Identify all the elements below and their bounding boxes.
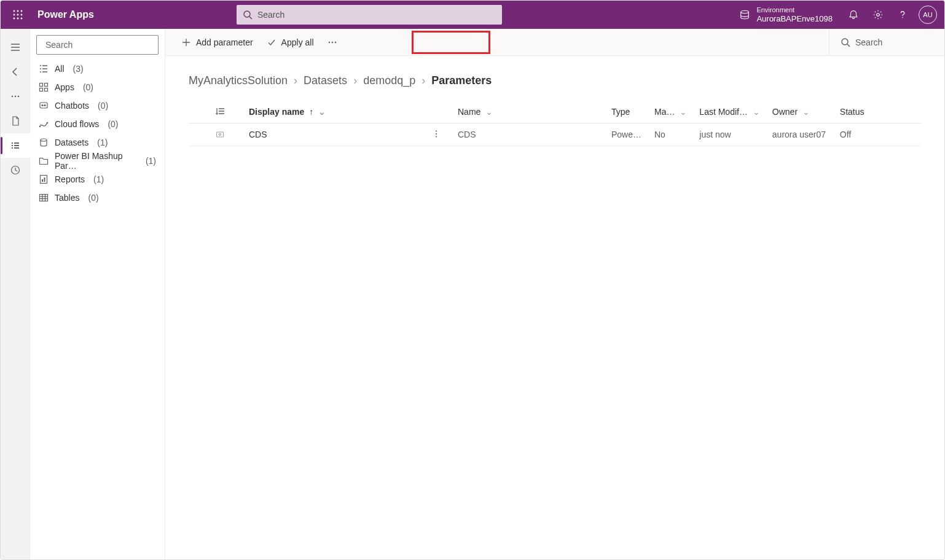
chevron-down-icon: ⌄	[680, 107, 687, 117]
add-parameter-button[interactable]: Add parameter	[176, 33, 258, 52]
breadcrumb-datasets[interactable]: Datasets	[304, 74, 347, 87]
svg-point-18	[14, 96, 15, 97]
rail-back[interactable]	[1, 60, 30, 84]
svg-line-59	[847, 44, 850, 47]
nav-count: (3)	[73, 64, 84, 74]
apply-all-button[interactable]: Apply all	[262, 33, 319, 52]
environment-label: Environment	[756, 6, 833, 14]
more-commands-button[interactable]	[323, 33, 342, 52]
breadcrumb: MyAnalyticsSolution › Datasets › demodq_…	[189, 74, 921, 87]
environment-picker[interactable]: Environment AuroraBAPEnve1098	[731, 1, 841, 29]
search-icon	[243, 10, 253, 20]
cell-display-name: CDS	[243, 123, 452, 146]
col-status[interactable]: Status	[834, 102, 921, 123]
breadcrumb-dataset-name[interactable]: demodq_p	[363, 74, 415, 87]
nav-reports[interactable]: Reports (1)	[35, 170, 160, 189]
row-more-button[interactable]	[427, 130, 445, 138]
col-managed[interactable]: Ma… ⌄	[648, 102, 693, 123]
col-display-name[interactable]: Display name ↑ ⌄	[243, 102, 452, 123]
nav-count: (0)	[88, 193, 98, 203]
svg-point-6	[14, 18, 15, 20]
history-icon	[10, 165, 20, 175]
help-icon	[897, 9, 908, 20]
commandbar-search[interactable]: Search	[829, 29, 933, 55]
chevron-right-icon: ›	[422, 74, 425, 87]
svg-point-1	[17, 10, 19, 12]
nav-cloud-flows[interactable]: Cloud flows (0)	[35, 115, 160, 133]
svg-point-55	[328, 41, 329, 42]
nav-count: (1)	[97, 138, 108, 147]
report-icon	[39, 174, 49, 184]
highlight-annotation	[412, 31, 490, 54]
nav-chatbots[interactable]: Chatbots (0)	[35, 96, 160, 115]
nav-count: (1)	[146, 156, 156, 166]
waffle-icon	[13, 10, 23, 20]
col-owner[interactable]: Owner ⌄	[766, 102, 834, 123]
breadcrumb-current: Parameters	[431, 74, 492, 87]
svg-point-13	[902, 17, 903, 18]
bell-icon	[848, 9, 859, 20]
rail-hamburger[interactable]	[1, 35, 30, 60]
svg-point-67	[436, 136, 437, 137]
nav-apps[interactable]: Apps (0)	[35, 78, 160, 96]
svg-rect-63	[217, 132, 224, 137]
command-bar: Add parameter Apply all Search	[165, 29, 944, 56]
brand-title: Power Apps	[30, 9, 101, 20]
reorder-icon	[216, 107, 225, 117]
object-explorer: All (3) Apps (0) Chatbots (0) Cloud flow…	[30, 29, 165, 559]
rail-history[interactable]	[1, 158, 30, 182]
user-avatar[interactable]: AU	[919, 6, 937, 24]
cell-type: Power …	[605, 123, 648, 146]
parameters-table: Display name ↑ ⌄ Name ⌄ Type Ma… ⌄	[189, 102, 921, 146]
help-button[interactable]	[890, 1, 915, 29]
nav-tables[interactable]: Tables (0)	[35, 189, 160, 207]
svg-rect-36	[45, 84, 48, 87]
table-header-row: Display name ↑ ⌄ Name ⌄ Type Ma… ⌄	[189, 102, 921, 123]
col-select[interactable]	[189, 102, 210, 123]
panel-search-input[interactable]	[45, 40, 153, 50]
more-horizontal-icon	[327, 37, 337, 47]
list-icon	[10, 141, 20, 150]
svg-rect-37	[40, 88, 43, 91]
settings-button[interactable]	[866, 1, 890, 29]
svg-point-17	[11, 96, 12, 97]
col-last-modified[interactable]: Last Modif… ⌄	[693, 102, 766, 123]
global-search[interactable]	[237, 5, 502, 25]
global-search-input[interactable]	[257, 10, 496, 20]
table-row[interactable]: CDS CDS Power … No just now aurora user0…	[189, 123, 921, 146]
nav-pbi-mashup[interactable]: Power BI Mashup Par… (1)	[35, 152, 160, 170]
col-reorder[interactable]	[210, 102, 243, 123]
nav-datasets[interactable]: Datasets (1)	[35, 133, 160, 152]
svg-point-11	[741, 10, 749, 14]
search-icon	[841, 37, 850, 47]
cell-managed: No	[648, 123, 693, 146]
rail-item-1[interactable]	[1, 109, 30, 133]
panel-search[interactable]	[36, 35, 159, 55]
nav-label: Apps	[55, 82, 74, 92]
nav-all[interactable]: All (3)	[35, 60, 160, 78]
nav-count: (0)	[98, 101, 108, 111]
col-name[interactable]: Name ⌄	[452, 102, 605, 123]
svg-point-57	[334, 41, 335, 42]
more-horizontal-icon	[10, 91, 20, 101]
cell-name: CDS	[452, 123, 605, 146]
nav-label: Power BI Mashup Par…	[55, 151, 139, 171]
cell-status: Off	[834, 123, 921, 146]
left-rail	[1, 29, 30, 559]
col-type[interactable]: Type	[605, 102, 648, 123]
svg-rect-46	[42, 179, 43, 182]
rail-more[interactable]	[1, 84, 30, 109]
chatbot-icon	[39, 101, 49, 111]
svg-point-4	[17, 14, 19, 16]
svg-rect-35	[40, 84, 43, 87]
chevron-down-icon: ⌄	[753, 107, 760, 117]
app-launcher-button[interactable]	[6, 1, 30, 29]
row-select-cell[interactable]	[189, 123, 210, 146]
apps-icon	[39, 82, 49, 92]
notifications-button[interactable]	[841, 1, 866, 29]
svg-line-10	[249, 17, 252, 19]
cell-owner: aurora user07	[766, 123, 834, 146]
svg-point-19	[17, 96, 18, 97]
breadcrumb-root[interactable]: MyAnalyticsSolution	[189, 74, 288, 87]
rail-item-active[interactable]	[1, 133, 30, 158]
